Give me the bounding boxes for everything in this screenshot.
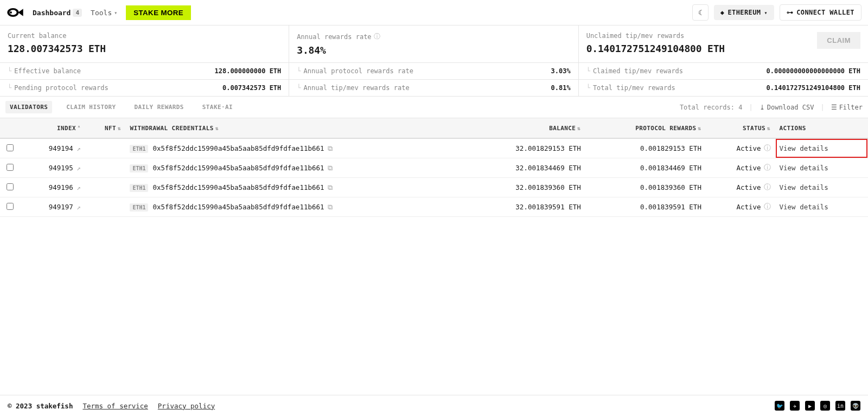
branch-icon: └: [8, 67, 11, 75]
status-cell: Active ⓘ: [710, 183, 771, 192]
balance-cell: 32.001839360 ETH: [466, 178, 585, 197]
sort-icon: ⇅: [118, 125, 121, 131]
sub-stats: └Effective balance 128.000000000 ETH └An…: [0, 63, 868, 97]
col-index[interactable]: INDEX˄: [20, 118, 85, 139]
col-label: ACTIONS: [780, 125, 806, 132]
sub-label: └Annual protocol rewards rate: [297, 67, 413, 75]
index-cell[interactable]: 949196 ↗: [24, 183, 80, 191]
nft-cell: [85, 138, 125, 158]
sort-asc-icon: ˄: [78, 125, 80, 131]
col-label: STATUS: [743, 125, 765, 132]
stake-more-button[interactable]: STAKE MORE: [126, 5, 191, 20]
external-link-icon: ↗: [76, 183, 81, 191]
view-details-button[interactable]: View details: [775, 138, 868, 158]
header-left: Dashboard 4 Tools ▾ STAKE MORE: [7, 5, 191, 20]
index-cell[interactable]: 949195 ↗: [24, 164, 80, 172]
filter-icon: ☰: [831, 104, 837, 111]
sort-icon: ⇅: [767, 125, 770, 131]
row-checkbox[interactable]: [7, 164, 14, 171]
sub-label: └Effective balance: [8, 67, 81, 75]
download-icon: ⤓: [760, 104, 765, 111]
nft-cell: [85, 197, 125, 217]
col-label: NFT: [105, 125, 116, 132]
index-cell[interactable]: 949194 ↗: [24, 144, 80, 152]
sub-value: 0.007342573 ETH: [222, 84, 281, 92]
connect-wallet-label: CONNECT WALLET: [796, 9, 854, 16]
logo-icon: [7, 7, 24, 18]
eth-tag: ETH1: [130, 164, 148, 172]
sort-icon: ⇅: [215, 125, 219, 131]
copy-icon[interactable]: ⧉: [328, 183, 333, 191]
network-select[interactable]: ◆ ETHEREUM ▾: [714, 5, 774, 20]
chevron-down-icon: ▾: [114, 10, 117, 16]
stat-value: 0.140172751249104800 ETH: [586, 43, 725, 54]
nav-dashboard[interactable]: Dashboard 4: [33, 9, 82, 17]
view-details-button[interactable]: View details: [775, 178, 868, 197]
sub-value: 0.140172751249104800 ETH: [767, 84, 860, 92]
nav-tools[interactable]: Tools ▾: [91, 9, 117, 17]
sub-stat: └Annual protocol rewards rate 3.03%: [289, 63, 578, 80]
info-icon: ⓘ: [764, 202, 771, 212]
withdrawal-cell: ETH10x5f8f52ddc15990a45ba5aab85dfd9fdfae…: [125, 197, 465, 217]
nav-tools-label: Tools: [91, 9, 112, 17]
tab-validators[interactable]: VALIDATORS: [5, 101, 52, 113]
row-checkbox[interactable]: [7, 203, 14, 210]
col-balance[interactable]: BALANCE⇅: [466, 118, 585, 139]
download-csv-button[interactable]: ⤓ Download CSV: [760, 104, 814, 111]
withdrawal-cell: ETH10x5f8f52ddc15990a45ba5aab85dfd9fdfae…: [125, 138, 465, 158]
view-details-button[interactable]: View details: [775, 158, 868, 178]
col-withdrawal[interactable]: WITHDRAWAL CREDENTIALS⇅: [125, 118, 465, 139]
col-nft[interactable]: NFT⇅: [85, 118, 125, 139]
claim-button[interactable]: CLAIM: [817, 32, 860, 49]
branch-icon: └: [586, 84, 590, 92]
sub-value: 0.81%: [551, 84, 571, 92]
header: Dashboard 4 Tools ▾ STAKE MORE ☾ ◆ ETHER…: [0, 0, 868, 25]
tab-stake-ai[interactable]: STAKE·AI: [198, 101, 237, 113]
index-cell[interactable]: 949197 ↗: [24, 203, 80, 211]
copy-icon[interactable]: ⧉: [328, 164, 333, 172]
withdrawal-cell: ETH10x5f8f52ddc15990a45ba5aab85dfd9fdfae…: [125, 158, 465, 178]
eth-tag: ETH1: [130, 203, 148, 212]
stat-value: 128.007342573 ETH: [8, 43, 281, 54]
sub-value: 0.000000000000000000 ETH: [767, 67, 860, 75]
stat-annual-rate: Annual rewards rate ⓘ 3.84%: [289, 25, 578, 62]
col-status[interactable]: STATUS⇅: [706, 118, 775, 139]
rewards-cell: 0.001839360 ETH: [585, 178, 706, 197]
col-protocol-rewards[interactable]: PROTOCOL REWARDS⇅: [585, 118, 706, 139]
external-link-icon: ↗: [76, 164, 81, 172]
stat-label: Current balance: [8, 32, 281, 40]
address: 0x5f8f52ddc15990a45ba5aab85dfd9fdfae11b6…: [152, 164, 324, 172]
rewards-cell: 0.001839591 ETH: [585, 197, 706, 217]
tab-claim-history[interactable]: CLAIM HISTORY: [62, 101, 120, 113]
sub-label: └Annual tip/mev rewards rate: [297, 84, 409, 92]
filter-button[interactable]: ☰ Filter: [831, 104, 863, 111]
connect-wallet-button[interactable]: ⊶ CONNECT WALLET: [780, 4, 861, 21]
row-checkbox[interactable]: [7, 183, 14, 190]
table-row: 949194 ↗ ETH10x5f8f52ddc15990a45ba5aab85…: [0, 138, 868, 158]
nft-cell: [85, 158, 125, 178]
link-icon: ⊶: [787, 9, 793, 16]
copy-icon[interactable]: ⧉: [328, 144, 333, 152]
external-link-icon: ↗: [76, 144, 81, 152]
header-right: ☾ ◆ ETHEREUM ▾ ⊶ CONNECT WALLET: [692, 4, 861, 21]
address: 0x5f8f52ddc15990a45ba5aab85dfd9fdfae11b6…: [152, 183, 324, 191]
address: 0x5f8f52ddc15990a45ba5aab85dfd9fdfae11b6…: [152, 144, 324, 152]
balance-cell: 32.001829153 ETH: [466, 138, 585, 158]
sub-label: └Pending protocol rewards: [8, 84, 108, 92]
view-details-button[interactable]: View details: [775, 197, 868, 217]
filter-label: Filter: [839, 104, 863, 111]
stat-label: Unclaimed tip/mev rewards: [586, 32, 725, 40]
copy-icon[interactable]: ⧉: [328, 203, 333, 211]
row-checkbox[interactable]: [7, 144, 14, 151]
theme-toggle-button[interactable]: ☾: [692, 4, 709, 21]
nft-cell: [85, 178, 125, 197]
branch-icon: └: [297, 84, 301, 92]
balance-cell: 32.001834469 ETH: [466, 158, 585, 178]
sub-stat: └Effective balance 128.000000000 ETH: [0, 63, 289, 80]
sort-icon: ⇅: [698, 125, 701, 131]
total-records: Total records: 4: [680, 104, 743, 111]
tabs-right: Total records: 4 | ⤓ Download CSV | ☰ Fi…: [680, 104, 863, 111]
chevron-down-icon: ▾: [764, 10, 767, 16]
tab-daily-rewards[interactable]: DAILY REWARDS: [130, 101, 188, 113]
info-icon: ⓘ: [764, 183, 771, 192]
